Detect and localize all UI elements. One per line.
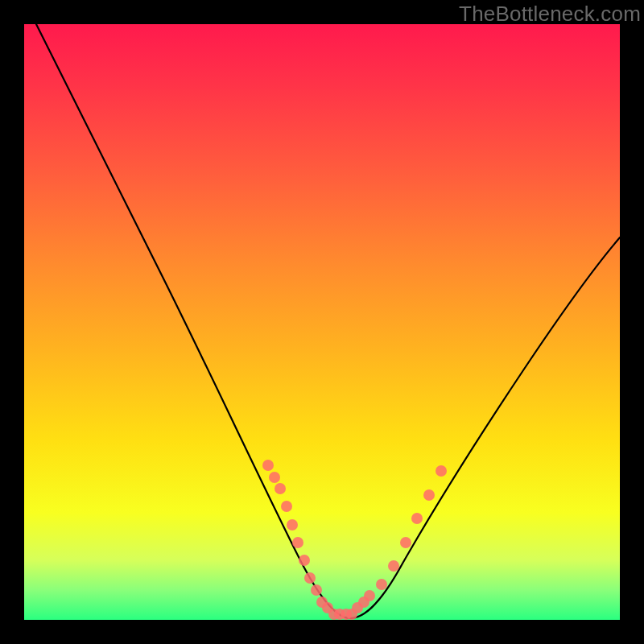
chart-svg <box>24 24 620 620</box>
svg-point-19 <box>388 560 399 572</box>
chart-frame: TheBottleneck.com <box>0 0 644 644</box>
bottleneck-curve <box>36 24 620 618</box>
svg-point-17 <box>364 590 375 601</box>
svg-point-2 <box>275 483 286 494</box>
svg-point-7 <box>304 572 316 584</box>
svg-point-8 <box>311 584 322 596</box>
svg-point-0 <box>262 460 274 471</box>
watermark-text: TheBottleneck.com <box>459 2 641 27</box>
svg-point-1 <box>269 472 280 483</box>
svg-point-23 <box>436 465 447 477</box>
svg-point-20 <box>400 537 411 548</box>
svg-point-6 <box>299 555 310 566</box>
svg-point-5 <box>292 537 303 548</box>
svg-point-21 <box>411 513 423 524</box>
svg-point-4 <box>287 519 298 530</box>
svg-point-22 <box>423 489 435 501</box>
svg-point-18 <box>376 579 387 590</box>
svg-point-3 <box>281 501 292 512</box>
